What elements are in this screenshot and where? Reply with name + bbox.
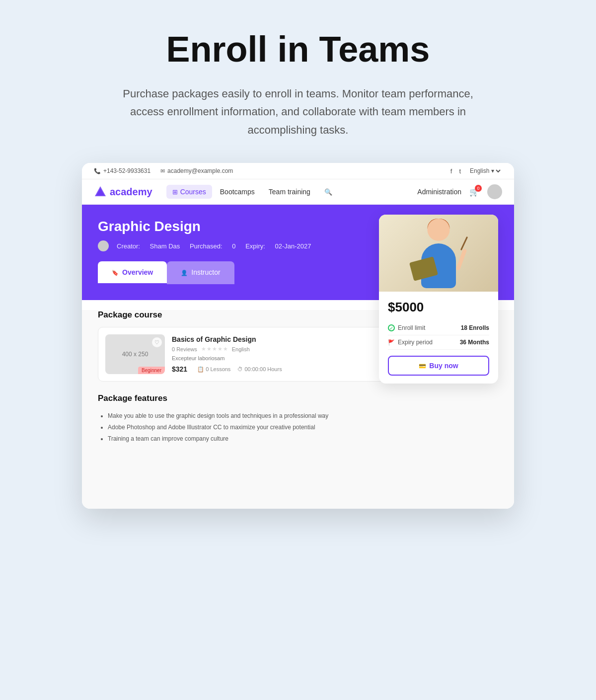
top-bar-right: f t English ▾ [450,167,502,175]
enroll-limit-value: 18 Enrolls [461,324,489,331]
logo-text: academy [110,186,152,198]
thumb-label: 400 x 250 [122,351,149,358]
nav-cart[interactable]: 0 [469,187,479,197]
buy-now-button[interactable]: Buy now [388,356,489,376]
sidebar-card: $5000 Enroll limit 18 Enrolls [379,215,498,384]
star-rating: ★ ★ ★ ★ ★ [201,346,228,352]
expiry-period-value: 36 Months [460,339,489,346]
expiry-period-feature: Expiry period 36 Months [388,335,489,350]
nav-item-bootcamps[interactable]: Bootcamps [214,185,261,199]
expiry-label: Expiry: [244,242,267,250]
email-icon [160,167,165,174]
nav-courses-label: Courses [180,188,206,196]
buy-button-label: Buy now [429,362,458,370]
logo[interactable]: academy [94,185,152,198]
course-banner: Graphic Design Creator: Sham Das Purchas… [82,205,514,300]
nav-right: Administration 0 [417,184,502,199]
check-icon [389,324,393,331]
nav-item-courses[interactable]: Courses [166,185,212,199]
course-price: $321 [172,365,187,373]
top-bar: +143-52-9933631 academy@example.com f t … [82,163,514,179]
course-thumbnail: 400 x 250 ♡ Beginner [105,334,165,374]
buy-icon [419,362,426,370]
teacher-arm [456,248,467,271]
purchased-value: 0 [232,242,235,250]
reviews-count: 0 Reviews [172,346,197,352]
hours-duration: ⏱ 00:00:00 Hours [237,366,282,372]
feature-item-3: Training a team can improve company cult… [108,433,498,445]
teacher-illustration [411,219,466,288]
star-4: ★ [218,346,223,352]
feature-item-2: Adobe Photoshop and Adobe Illustrator CC… [108,422,498,433]
expiry-period-label: Expiry period [388,339,433,346]
lessons-count: 📋 0 Lessons [197,366,230,373]
logo-icon [94,185,107,198]
twitter-icon[interactable]: t [459,167,461,175]
feature-item-1: Make you able to use the graphic design … [108,410,498,422]
tab-overview[interactable]: Overview [98,261,167,284]
expiry-value: 02-Jan-2027 [275,242,311,250]
search-icon [324,188,332,196]
features-list: Make you able to use the graphic design … [98,410,498,444]
nav-left: academy Courses Bootcamps Team training [94,185,338,199]
nav-admin-link[interactable]: Administration [417,188,461,196]
course-language: English [232,346,250,352]
email-contact: academy@example.com [160,167,233,174]
grid-icon [172,188,178,196]
nav: academy Courses Bootcamps Team training [82,179,514,205]
beginner-badge: Beginner [138,367,165,374]
sidebar-card-body: $5000 Enroll limit 18 Enrolls [379,292,498,384]
nav-item-team-training[interactable]: Team training [263,185,316,199]
phone-contact: +143-52-9933631 [94,167,150,174]
course-meta-info: 📋 0 Lessons ⏱ 00:00:00 Hours [197,366,282,373]
expiry-flag-icon [388,339,395,346]
phone-number: +143-52-9933631 [103,167,150,174]
creator-avatar [98,240,109,251]
star-2: ★ [207,346,212,352]
nav-avatar[interactable] [487,184,502,199]
instructor-tab-icon [181,268,188,276]
page-container: Enroll in Teams Purchase packages easily… [74,30,522,509]
nav-team-training-label: Team training [269,188,310,196]
purchased-label: Purchased: [188,242,224,250]
price-tag: $5000 [388,300,489,315]
nav-search-button[interactable] [318,185,338,199]
hero-subtitle: Purchase packages easily to enroll in te… [114,85,482,139]
hero-title: Enroll in Teams [166,30,430,69]
tab-instructor-label: Instructor [191,268,220,276]
star-5: ★ [223,346,228,352]
browser-mockup: +143-52-9933631 academy@example.com f t … [82,163,514,509]
sidebar-card-image [379,215,498,292]
nav-bootcamps-label: Bootcamps [220,188,255,196]
creator-name: Sham Das [150,242,180,250]
enroll-limit-feature: Enroll limit 18 Enrolls [388,321,489,335]
nav-menu: Courses Bootcamps Team training [166,185,338,199]
overview-tab-icon [112,268,119,276]
facebook-icon[interactable]: f [450,167,452,175]
star-3: ★ [212,346,217,352]
language-select[interactable]: English ▾ [468,167,502,175]
top-bar-left: +143-52-9933631 academy@example.com [94,167,233,174]
heart-icon[interactable]: ♡ [152,337,162,347]
enroll-icon [388,324,395,331]
teacher-head [428,219,450,241]
teacher-pointer [460,236,468,250]
enroll-limit-label: Enroll limit [388,324,425,331]
creator-label: Creator: [117,242,142,250]
tab-overview-label: Overview [122,268,153,276]
package-features-title: Package features [98,393,498,403]
cart-badge: 0 [475,185,482,192]
phone-icon [94,167,101,174]
tab-instructor[interactable]: Instructor [167,261,234,284]
email-address: academy@example.com [167,167,233,174]
star-1: ★ [201,346,206,352]
